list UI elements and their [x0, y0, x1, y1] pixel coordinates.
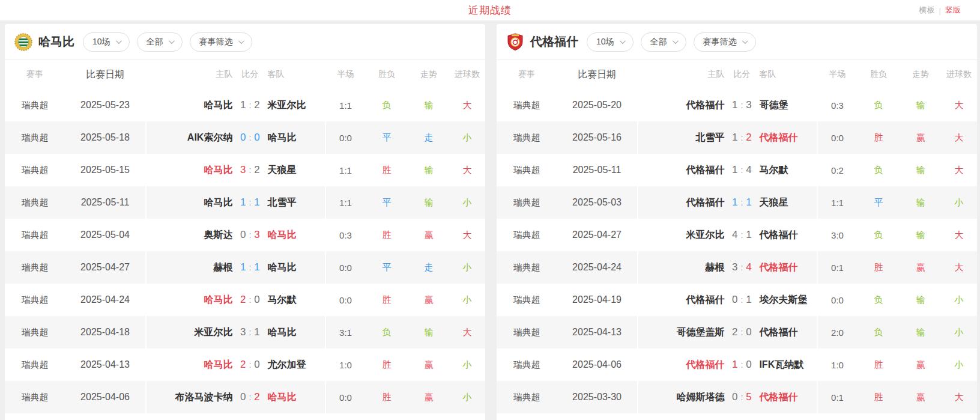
col-result: 胜负: [365, 69, 408, 80]
score: 0 : 2: [232, 391, 267, 403]
half-time-cell: 1:1: [326, 100, 365, 111]
date-cell: 2025-03-30: [557, 381, 638, 413]
trend-cell: 输: [408, 100, 449, 111]
match-cell: 哈马比 3 : 2 天狼星: [147, 154, 326, 186]
home-goals: 4: [732, 229, 737, 241]
trend-cell: 赢: [900, 132, 941, 144]
col-match-group: 主队 比分 客队: [638, 60, 818, 89]
trend-cell: 赢: [408, 230, 449, 241]
result-cell: 平: [365, 262, 408, 273]
score: 1 : 2: [232, 99, 267, 111]
league-cell: 瑞典超: [497, 294, 557, 306]
score-colon: :: [249, 360, 251, 370]
league-cell: 瑞典超: [5, 132, 65, 144]
goals-cell: 大: [449, 100, 485, 111]
goals-cell: 大: [941, 230, 977, 241]
score: 1 : 3: [724, 99, 759, 111]
result-cell: 平: [365, 132, 408, 144]
away-team: 马尔默: [267, 294, 325, 306]
match-row: 瑞典超 2025-04-24 哈马比 2 : 0 马尔默 0:0 胜 赢: [5, 284, 485, 316]
away-goals: 2: [254, 99, 259, 111]
games-filter-label: 10场: [92, 37, 110, 47]
trend-cell: 走: [408, 132, 449, 144]
date-cell: 2025-05-04: [65, 219, 147, 251]
home-goals: 3: [732, 261, 737, 273]
score-colon: :: [740, 263, 743, 272]
col-away: 客队: [267, 69, 325, 80]
team-name: 哈马比: [38, 34, 74, 50]
score-colon: :: [740, 198, 743, 207]
away-team: 哈马比: [267, 132, 325, 144]
match-cell: 哈马比 2 : 0 尤尔加登: [147, 348, 326, 381]
goals-cell: 小: [941, 327, 977, 338]
away-goals: 0: [254, 294, 259, 306]
event-filter-dropdown[interactable]: 赛事筛选: [694, 32, 756, 52]
half-time-cell: 1:0: [326, 360, 365, 370]
home-goals: 1: [240, 196, 246, 208]
away-goals: 1: [254, 326, 259, 338]
hammarby-crest-icon: [14, 33, 32, 51]
match-row: 瑞典超 2025-04-13 哈马比 2 : 0 尤尔加登 1:0 胜 赢: [5, 348, 485, 381]
half-time-cell: 0:1: [818, 263, 857, 273]
score-colon: :: [249, 392, 251, 402]
col-league: 赛事: [5, 69, 65, 80]
result-cell: 胜: [365, 230, 408, 241]
home-team: 代格福什: [638, 99, 724, 112]
match-cell: 北雪平 1 : 2 代格福什: [638, 121, 818, 154]
goals-cell: 小: [941, 197, 977, 208]
away-goals: 2: [254, 164, 259, 176]
match-cell: 代格福什 1 : 0 IFK瓦纳默: [638, 348, 818, 381]
home-goals: 3: [240, 164, 246, 176]
goals-cell: 小: [449, 197, 485, 208]
away-goals: 4: [746, 261, 751, 273]
goals-cell: 大: [941, 165, 977, 176]
home-team: 代格福什: [638, 294, 724, 306]
half-time-cell: 0:0: [818, 133, 857, 143]
half-time-cell: 2:0: [818, 327, 857, 338]
goals-cell: 小: [449, 262, 485, 273]
score-colon: :: [249, 100, 251, 110]
home-team: 米亚尔比: [147, 326, 232, 339]
home-goals: 0: [732, 294, 737, 306]
score: 0 : 5: [724, 391, 759, 403]
match-row: 瑞典超 2025-05-23 哈马比 1 : 2 米亚尔比 1:1 负 输: [5, 89, 485, 121]
away-goals: 1: [746, 196, 751, 208]
half-time-cell: 0:3: [326, 230, 365, 240]
away-goals: 5: [746, 391, 751, 403]
table-header: 赛事 比赛日期 主队 比分 客队 半场 胜负 走势 进球数: [497, 60, 977, 89]
home-team: 哥德堡盖斯: [638, 326, 724, 339]
away-team: 哈马比: [267, 261, 325, 274]
home-goals: 1: [732, 132, 737, 144]
trend-cell: 输: [900, 230, 941, 241]
home-goals: 1: [240, 99, 246, 111]
scope-filter-dropdown[interactable]: 全部: [641, 32, 686, 52]
home-goals: 1: [732, 359, 737, 371]
score: 2 : 0: [232, 359, 267, 371]
col-home: 主队: [638, 69, 724, 80]
home-team: 哈马比: [147, 294, 232, 306]
trend-cell: 输: [408, 165, 449, 176]
goals-cell: 大: [449, 327, 485, 338]
half-time-cell: 0:0: [326, 392, 365, 403]
match-cell: 哈姆斯塔德 0 : 5 代格福什: [638, 381, 818, 413]
date-cell: 2025-05-18: [65, 121, 147, 154]
card-header: 哈马比 10场 全部 赛事筛选: [5, 24, 485, 60]
league-cell: 瑞典超: [497, 262, 557, 273]
date-cell: 2025-04-27: [65, 251, 147, 284]
match-row: 瑞典超 2025-05-11 代格福什 1 : 4 马尔默 0:2 负 输: [497, 154, 977, 186]
goals-cell: 大: [449, 165, 485, 176]
games-filter-label: 10场: [596, 37, 614, 47]
games-filter-dropdown[interactable]: 10场: [83, 32, 130, 52]
trend-cell: 赢: [408, 359, 449, 371]
result-cell: 负: [857, 327, 900, 338]
layout-horizontal-link[interactable]: 横板: [919, 5, 935, 16]
match-cell: 赫根 3 : 4 代格福什: [638, 251, 818, 284]
league-cell: 瑞典超: [5, 359, 65, 371]
score: 2 : 0: [724, 326, 759, 338]
layout-vertical-link[interactable]: 竖版: [945, 5, 961, 16]
trend-cell: 输: [900, 100, 941, 111]
scope-filter-dropdown[interactable]: 全部: [137, 32, 183, 52]
event-filter-dropdown[interactable]: 赛事筛选: [190, 32, 252, 52]
games-filter-dropdown[interactable]: 10场: [587, 32, 634, 52]
away-team: 哈马比: [267, 391, 325, 404]
